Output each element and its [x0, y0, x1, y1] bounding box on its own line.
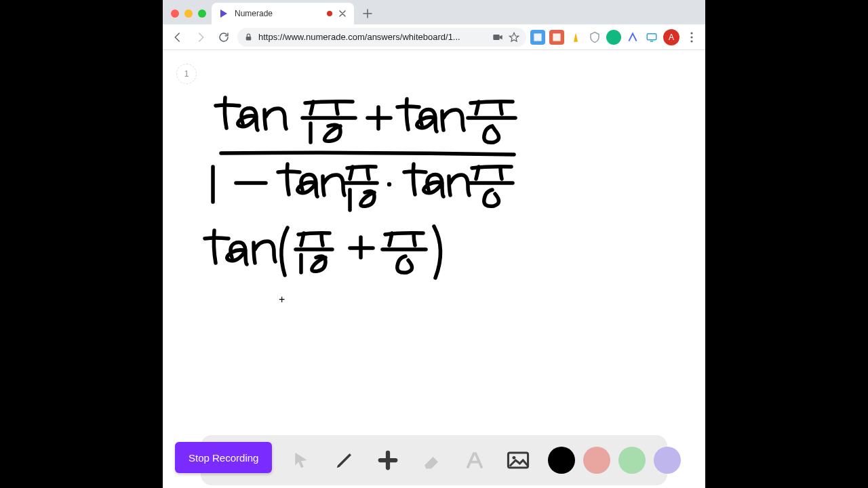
color-swatches — [548, 447, 681, 474]
browser-toolbar: https://www.numerade.com/answers/whitebo… — [163, 24, 705, 50]
svg-point-12 — [513, 456, 516, 460]
crosshair-cursor-icon: + — [279, 293, 285, 306]
window-maximize-button[interactable] — [198, 9, 206, 18]
address-bar[interactable]: https://www.numerade.com/answers/whitebo… — [237, 28, 526, 47]
color-black[interactable] — [548, 447, 575, 474]
pointer-tool[interactable] — [288, 447, 315, 474]
window-close-button[interactable] — [171, 9, 179, 18]
text-tool[interactable] — [461, 447, 488, 474]
svg-point-8 — [690, 36, 692, 38]
extension-icon-1[interactable] — [530, 30, 545, 45]
color-green[interactable] — [618, 447, 646, 474]
window-controls — [171, 9, 206, 18]
bookmark-star-icon[interactable] — [509, 32, 519, 43]
back-button[interactable] — [168, 28, 187, 47]
handwriting-strokes — [163, 50, 705, 488]
tool-group — [288, 447, 532, 474]
svg-point-7 — [690, 32, 692, 34]
camera-icon[interactable] — [492, 33, 503, 42]
whiteboard-toolbar: Stop Recording — [201, 435, 667, 485]
svg-rect-6 — [650, 41, 654, 42]
svg-rect-3 — [534, 33, 541, 41]
stop-recording-label: Stop Recording — [189, 452, 258, 464]
profile-avatar[interactable]: A — [663, 29, 679, 45]
lock-icon — [244, 33, 253, 41]
svg-point-9 — [690, 40, 692, 42]
color-purple[interactable] — [654, 447, 681, 474]
browser-window: Numerade https://www.numerade.com/answer… — [163, 0, 705, 488]
svg-rect-4 — [553, 33, 560, 41]
recording-indicator-icon — [327, 11, 332, 16]
tab-close-button[interactable] — [338, 9, 347, 18]
pencil-tool[interactable] — [331, 447, 358, 474]
tab-title: Numerade — [235, 9, 321, 18]
new-tab-button[interactable] — [358, 4, 377, 23]
browser-menu-button[interactable] — [684, 29, 700, 45]
extension-icon-4[interactable] — [587, 30, 602, 45]
url-text: https://www.numerade.com/answers/whitebo… — [258, 32, 487, 42]
left-pillarbox — [0, 0, 163, 488]
avatar-initial: A — [669, 33, 674, 42]
svg-marker-0 — [220, 9, 227, 18]
whiteboard-canvas[interactable]: 1 — [163, 50, 705, 488]
stop-recording-button[interactable]: Stop Recording — [175, 442, 272, 473]
forward-button[interactable] — [191, 28, 210, 47]
add-tool[interactable] — [374, 447, 401, 474]
extension-icon-7[interactable] — [644, 30, 659, 45]
tab-strip: Numerade — [163, 0, 705, 24]
svg-rect-2 — [493, 35, 499, 40]
extension-icons — [530, 30, 659, 45]
window-minimize-button[interactable] — [184, 9, 193, 18]
reload-button[interactable] — [214, 28, 233, 47]
svg-rect-5 — [647, 33, 656, 39]
extension-icon-3[interactable] — [568, 30, 583, 45]
extension-icon-2[interactable] — [549, 30, 564, 45]
image-tool[interactable] — [505, 447, 532, 474]
extension-icon-5[interactable] — [606, 30, 621, 45]
color-red[interactable] — [583, 447, 610, 474]
tab-favicon — [218, 8, 229, 19]
svg-rect-1 — [246, 37, 252, 40]
toolbar-dock-wrap: Stop Recording — [163, 435, 705, 488]
extension-icon-6[interactable] — [625, 30, 640, 45]
svg-point-10 — [387, 182, 391, 186]
browser-tab[interactable]: Numerade — [212, 3, 354, 24]
eraser-tool[interactable] — [418, 447, 445, 474]
right-pillarbox — [705, 0, 868, 488]
